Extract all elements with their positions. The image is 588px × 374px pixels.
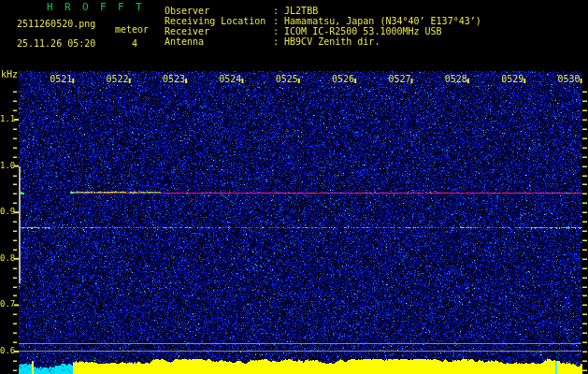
station-info: Observer: JL2TBBReceiving Location: Hama… bbox=[165, 6, 481, 47]
info-label: Receiver bbox=[165, 26, 273, 36]
hrofft-window: HROFFT 2511260520.png meteor 25.11.26 05… bbox=[0, 0, 588, 374]
info-row-3: Antenna: HB9CV Zenith dir. bbox=[165, 36, 481, 47]
x-tick-label-0526: 0526 bbox=[332, 75, 354, 84]
app-title: HROFFT bbox=[47, 1, 153, 13]
info-value: Hamamatsu, Japan (N34°40’ E137°43’) bbox=[284, 16, 481, 26]
x-tick-label-0521: 0521 bbox=[50, 75, 72, 84]
x-tick-label-0527: 0527 bbox=[388, 75, 410, 84]
y-tick-label-0.8: 0.8 bbox=[0, 254, 15, 263]
spectrogram-canvas bbox=[0, 0, 588, 374]
info-row-1: Receiving Location: Hamamatsu, Japan (N3… bbox=[165, 16, 481, 26]
info-colon: : bbox=[273, 36, 284, 47]
y-tick-label-1.0: 1.0 bbox=[0, 162, 15, 170]
info-value: HB9CV Zenith dir. bbox=[284, 36, 380, 47]
info-value: JL2TBB bbox=[284, 6, 318, 16]
mode-label: meteor bbox=[115, 24, 149, 35]
datetime-label: 25.11.26 05:20 bbox=[17, 38, 95, 49]
meteor-count: 4 bbox=[132, 38, 137, 49]
y-tick-label-0.6: 0.6 bbox=[0, 347, 15, 355]
info-row-2: Receiver: ICOM IC-R2500 53.1000MHz USB bbox=[165, 26, 481, 36]
info-colon: : bbox=[273, 26, 284, 36]
x-tick-label-0523: 0523 bbox=[163, 75, 185, 84]
output-filename: 2511260520.png bbox=[17, 19, 95, 29]
info-colon: : bbox=[273, 16, 284, 26]
x-tick-label-0524: 0524 bbox=[219, 75, 241, 84]
y-axis-unit-label: kHz bbox=[1, 69, 18, 79]
info-label: Antenna bbox=[165, 36, 273, 47]
info-value: ICOM IC-R2500 53.1000MHz USB bbox=[284, 26, 442, 36]
info-colon: : bbox=[273, 6, 284, 16]
y-tick-label-0.7: 0.7 bbox=[0, 300, 15, 309]
info-label: Receiving Location bbox=[165, 16, 273, 26]
info-label: Observer bbox=[165, 6, 273, 16]
x-tick-label-0530: 0530 bbox=[558, 75, 581, 84]
y-tick-label-1.1: 1.1 bbox=[0, 115, 15, 123]
x-tick-label-0522: 0522 bbox=[107, 75, 129, 84]
x-tick-label-0529: 0529 bbox=[501, 75, 523, 84]
x-tick-label-0525: 0525 bbox=[276, 75, 298, 84]
x-tick-label-0528: 0528 bbox=[445, 75, 467, 84]
info-row-0: Observer: JL2TBB bbox=[165, 6, 481, 16]
y-tick-label-0.9: 0.9 bbox=[0, 208, 15, 216]
